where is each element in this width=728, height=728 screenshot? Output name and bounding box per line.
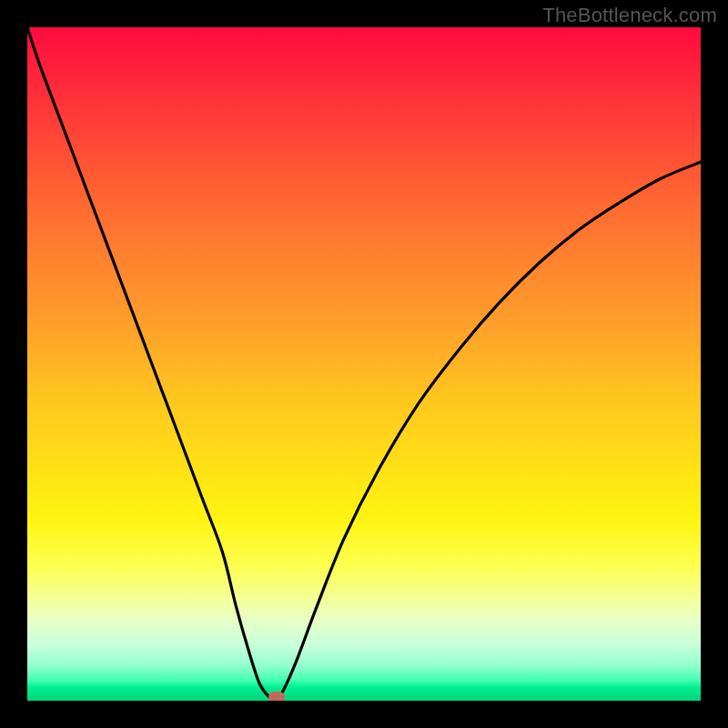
minimum-marker — [268, 692, 285, 701]
curve-svg — [27, 27, 701, 701]
plot-area — [27, 27, 701, 701]
watermark: TheBottleneck.com — [542, 4, 717, 27]
chart-frame: TheBottleneck.com — [0, 0, 728, 728]
bottleneck-curve — [27, 27, 701, 700]
